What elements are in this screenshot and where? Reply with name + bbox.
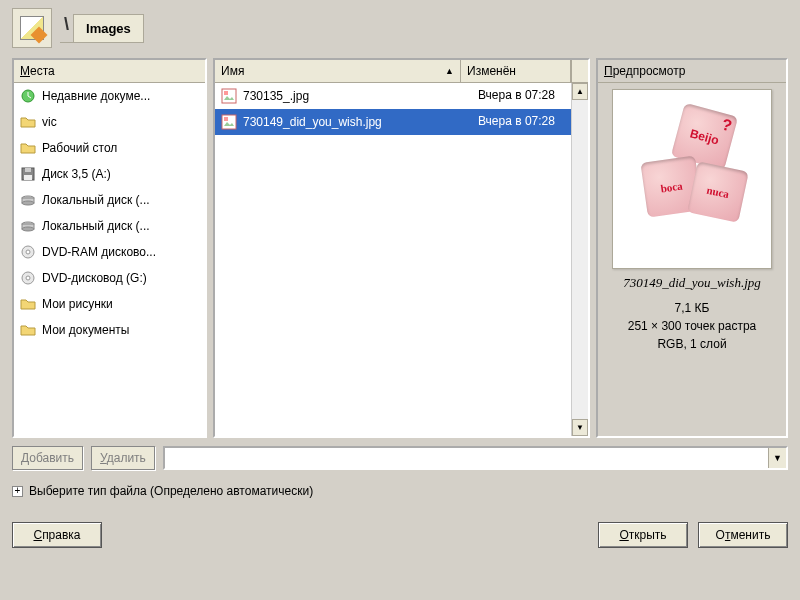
filetype-expander[interactable]: +	[12, 486, 23, 497]
breadcrumb-current-folder[interactable]: Images	[73, 14, 144, 42]
file-name: 730149_did_you_wish.jpg	[243, 115, 382, 129]
place-item[interactable]: vic	[14, 109, 205, 135]
place-label: Рабочий стол	[42, 141, 117, 155]
floppy-icon	[20, 166, 36, 182]
hdd-icon	[20, 218, 36, 234]
place-item[interactable]: Мои документы	[14, 317, 205, 343]
filename-combo[interactable]: ▼	[163, 446, 788, 470]
add-place-button[interactable]: Добавить	[12, 446, 83, 470]
column-header-modified[interactable]: Изменён	[461, 60, 571, 82]
places-panel: Места Недавние докуме...vicРабочий столД…	[12, 58, 207, 438]
dropdown-arrow-icon[interactable]: ▼	[768, 448, 786, 468]
place-label: Мои рисунки	[42, 297, 113, 311]
preview-filename: 730149_did_you_wish.jpg	[604, 275, 780, 291]
file-row[interactable]: 730149_did_you_wish.jpgВчера в 07:28	[215, 109, 588, 135]
scroll-down-button[interactable]: ▼	[572, 419, 588, 436]
filetype-label: Выберите тип файла (Определено автоматич…	[29, 484, 313, 498]
breadcrumb: \ Images	[60, 14, 144, 43]
place-label: Локальный диск (...	[42, 219, 150, 233]
place-item[interactable]: Рабочий стол	[14, 135, 205, 161]
svg-point-9	[22, 227, 34, 231]
column-header-name[interactable]: Имя ▲	[215, 60, 461, 82]
cancel-button[interactable]: Отменить	[698, 522, 788, 548]
place-item[interactable]: Локальный диск (...	[14, 187, 205, 213]
preview-thumbnail: Beijo? boca nuca	[612, 89, 772, 269]
place-label: Мои документы	[42, 323, 129, 337]
recent-icon	[20, 88, 36, 104]
svg-rect-2	[25, 168, 31, 172]
place-item[interactable]: Локальный диск (...	[14, 213, 205, 239]
svg-point-13	[26, 276, 30, 280]
hdd-icon	[20, 192, 36, 208]
place-label: vic	[42, 115, 57, 129]
file-list-panel: Имя ▲ Изменён 730135_.jpgВчера в 07:2873…	[213, 58, 590, 438]
cd-icon	[20, 270, 36, 286]
place-label: Диск 3,5 (A:)	[42, 167, 111, 181]
place-label: DVD-дисковод (G:)	[42, 271, 147, 285]
open-button[interactable]: Открыть	[598, 522, 688, 548]
edit-icon	[20, 16, 44, 40]
place-item[interactable]: DVD-дисковод (G:)	[14, 265, 205, 291]
folder-icon	[20, 322, 36, 338]
folder-icon	[20, 114, 36, 130]
svg-rect-17	[224, 117, 228, 121]
svg-point-6	[22, 201, 34, 205]
image-file-icon	[221, 114, 237, 130]
scroll-up-button[interactable]: ▲	[572, 83, 588, 100]
svg-point-11	[26, 250, 30, 254]
svg-rect-3	[24, 175, 32, 180]
scrollbar[interactable]: ▲ ▼	[571, 83, 588, 436]
file-row[interactable]: 730135_.jpgВчера в 07:28	[215, 83, 588, 109]
preview-header: Предпросмотр	[598, 60, 786, 83]
preview-panel: Предпросмотр Beijo? boca nuca 730149_did…	[596, 58, 788, 438]
help-button[interactable]: Справка	[12, 522, 102, 548]
folder-icon	[20, 296, 36, 312]
place-label: DVD-RAM дисково...	[42, 245, 156, 259]
image-file-icon	[221, 88, 237, 104]
places-header: Места	[14, 60, 205, 83]
place-item[interactable]: DVD-RAM дисково...	[14, 239, 205, 265]
file-name: 730135_.jpg	[243, 89, 309, 103]
cd-icon	[20, 244, 36, 260]
new-document-button[interactable]	[12, 8, 52, 48]
svg-rect-15	[224, 91, 228, 95]
remove-place-button[interactable]: Удалить	[91, 446, 155, 470]
place-label: Локальный диск (...	[42, 193, 150, 207]
place-item[interactable]: Мои рисунки	[14, 291, 205, 317]
path-separator: \	[60, 14, 73, 42]
preview-metadata: 7,1 КБ 251 × 300 точек растра RGB, 1 сло…	[604, 299, 780, 353]
place-label: Недавние докуме...	[42, 89, 150, 103]
place-item[interactable]: Диск 3,5 (A:)	[14, 161, 205, 187]
place-item[interactable]: Недавние докуме...	[14, 83, 205, 109]
folder-icon	[20, 140, 36, 156]
sort-indicator-icon: ▲	[445, 66, 454, 76]
